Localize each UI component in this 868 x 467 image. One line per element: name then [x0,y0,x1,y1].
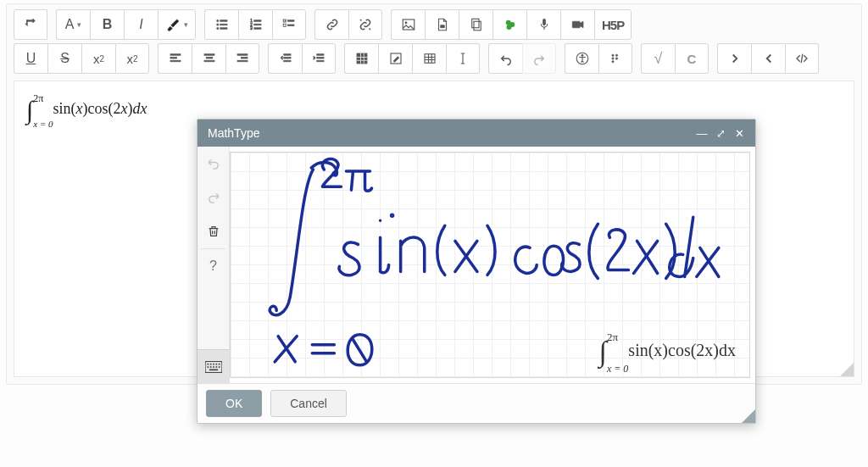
bullet-list-button[interactable] [204,9,238,40]
underline-label: U [26,51,36,66]
italic-button[interactable]: I [124,9,158,40]
align-center-button[interactable] [192,43,225,74]
prev-button[interactable] [751,43,785,74]
strikethrough-button[interactable]: S [47,43,81,74]
svg-rect-63 [207,363,209,364]
svg-point-61 [615,58,617,59]
svg-rect-67 [218,363,220,364]
svg-rect-39 [283,58,290,59]
align-right-button[interactable] [225,43,259,74]
svg-rect-10 [253,24,260,25]
chem-button[interactable]: C [675,43,709,74]
close-icon[interactable]: ✕ [730,127,748,140]
checklist-button[interactable] [272,9,306,40]
align-left-button[interactable] [158,43,192,74]
expr-prefix: sin( [53,100,76,117]
hw-help-button[interactable]: ? [198,249,229,283]
superscript-button[interactable]: x2 [115,43,149,74]
chem-label: C [687,52,697,66]
math-sqrt-button[interactable]: √ [641,43,675,74]
editor-resize-handle[interactable] [840,363,854,376]
microphone-button[interactable] [526,9,560,40]
mathtype-modal: MathType — ⤢ ✕ ? [197,119,756,388]
svg-rect-15 [288,25,295,26]
file-button[interactable] [425,9,459,40]
svg-point-57 [612,54,614,56]
svg-point-25 [506,25,511,30]
svg-rect-69 [209,366,211,368]
underline-button[interactable]: U [14,43,47,74]
toggle-toolbar-button[interactable] [14,9,47,40]
text-cursor-button[interactable] [446,43,480,74]
undo-button[interactable] [488,43,522,74]
svg-rect-33 [206,58,213,59]
svg-rect-36 [242,58,248,59]
grid-button[interactable] [344,43,378,74]
copy-button[interactable] [459,9,492,40]
svg-rect-29 [170,54,181,56]
svg-line-17 [370,29,371,31]
svg-rect-11 [253,28,260,30]
svg-point-56 [581,54,582,56]
pv-int: ∫ [599,336,607,367]
expr-x: x [76,100,83,117]
svg-rect-30 [170,58,177,59]
redo-button[interactable] [522,43,556,74]
toolbar-row-2: U S x2 x2 √ C [7,43,861,77]
svg-text:3: 3 [250,26,253,31]
hw-redo-button[interactable] [198,181,229,214]
caret-icon: ▾ [184,20,188,29]
paragraph-style-button[interactable]: A▾ [56,9,90,40]
svg-rect-43 [317,60,324,62]
strike-label: S [60,51,70,66]
svg-rect-21 [471,19,478,28]
h5p-label: H5P [602,18,624,32]
svg-point-2 [216,27,218,29]
svg-rect-42 [317,58,324,59]
svg-rect-64 [209,363,211,364]
sup-base: x [126,52,133,66]
sub-base: x [93,52,100,66]
modal-title-text: MathType [208,126,259,140]
svg-rect-26 [542,19,545,25]
expr-dx: dx [133,100,147,117]
modal-body: ? [198,147,755,384]
svg-rect-65 [213,363,214,364]
braille-button[interactable] [598,43,632,74]
hw-keyboard-button[interactable] [198,349,229,383]
svg-rect-68 [207,366,209,368]
table-button[interactable] [412,43,446,74]
hw-clear-button[interactable] [198,214,229,248]
kaltura-button[interactable] [492,9,526,40]
indent-button[interactable] [302,43,336,74]
svg-point-59 [612,61,614,63]
minimize-icon[interactable]: — [693,127,711,140]
link-button[interactable] [314,9,348,40]
h5p-button[interactable]: H5P [594,9,632,40]
unlink-button[interactable] [348,9,382,40]
svg-rect-13 [283,24,286,26]
integral-lower: x = 0 [33,119,53,129]
hw-undo-button[interactable] [198,147,229,181]
svg-point-74 [392,214,393,216]
maximize-icon[interactable]: ⤢ [711,127,730,140]
handwriting-canvas[interactable]: ∫ 2π x = 0sin(x)cos(2x)dx [230,152,750,378]
outdent-button[interactable] [268,43,302,74]
bold-button[interactable]: B [90,9,124,40]
next-button[interactable] [717,43,751,74]
subscript-button[interactable]: x2 [81,43,115,74]
edit-button[interactable] [378,43,412,74]
video-button[interactable] [560,9,594,40]
svg-rect-72 [218,366,220,368]
svg-rect-73 [209,369,218,370]
svg-rect-66 [215,363,217,364]
svg-point-60 [615,54,617,56]
code-view-button[interactable] [785,43,819,74]
svg-rect-41 [317,54,324,56]
numbered-list-button[interactable]: 123 [238,9,272,40]
expr-mid: )cos(2 [83,100,121,117]
font-color-button[interactable]: ▾ [158,9,196,40]
modal-titlebar[interactable]: MathType — ⤢ ✕ [198,120,755,147]
image-button[interactable] [391,9,425,40]
accessibility-button[interactable] [565,43,598,74]
